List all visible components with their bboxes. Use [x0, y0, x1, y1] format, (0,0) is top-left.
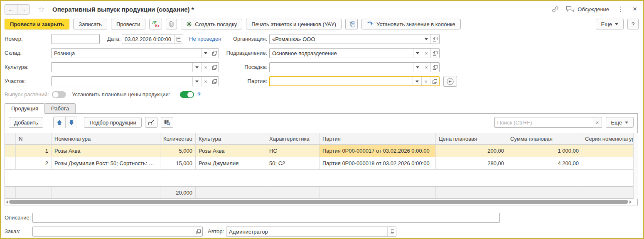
plot-input[interactable]	[52, 77, 192, 86]
open-button[interactable]	[210, 49, 219, 58]
open-button[interactable]	[387, 227, 396, 236]
dropdown-button[interactable]	[192, 77, 201, 86]
barcode-search-button[interactable]	[161, 117, 173, 128]
column-header-nomenclature[interactable]: Номенклатура	[52, 133, 160, 144]
related-documents-button[interactable]	[345, 19, 358, 29]
planting-input[interactable]	[270, 63, 413, 72]
table-empty-area[interactable]	[5, 170, 633, 186]
column-header-quantity[interactable]: Количество	[160, 133, 196, 144]
plants-output-toggle[interactable]	[52, 91, 66, 98]
back-button[interactable]: ←	[5, 5, 17, 14]
column-header-series[interactable]: Серия номенклатуры	[582, 133, 633, 144]
dropdown-button[interactable]	[413, 77, 421, 85]
cell-nomenclature[interactable]: Розы Джумилия Рост: 50; Сортность: …	[52, 157, 160, 169]
culture-input[interactable]	[52, 63, 192, 72]
link-icon[interactable]	[551, 6, 559, 13]
cell-characteristic[interactable]: 50; С2	[266, 157, 320, 169]
restore-value-button[interactable]	[443, 76, 457, 87]
fill-table-button[interactable]	[145, 117, 157, 128]
cell-plan-sum[interactable]: 1 000,00	[507, 145, 582, 157]
add-row-button[interactable]: Добавить	[9, 117, 43, 128]
dropdown-button[interactable]	[192, 63, 201, 72]
author-input[interactable]	[226, 227, 387, 236]
save-button[interactable]: Записать	[73, 19, 107, 29]
column-header-n[interactable]: N	[16, 133, 52, 144]
post-and-close-button[interactable]: Провести и закрыть	[5, 19, 69, 29]
set-column-value-button[interactable]: Установить значение в колонке	[361, 19, 461, 29]
more-button[interactable]: Еще	[596, 19, 624, 29]
close-icon[interactable]: ×	[632, 5, 638, 13]
dt-kt-button[interactable]: ДтКт	[149, 19, 162, 29]
column-header-characteristic[interactable]: Характеристика	[266, 133, 320, 144]
vertical-scrollbar[interactable]	[633, 133, 638, 199]
open-button[interactable]	[210, 63, 219, 72]
cell-series[interactable]	[582, 145, 633, 157]
more-menu-icon[interactable]: ⋮	[616, 5, 625, 13]
table-row[interactable]: 1 Розы Аква 5,000 Розы Аква НС Партия 0Р…	[5, 145, 633, 157]
dropdown-button[interactable]	[413, 49, 422, 58]
clear-search-button[interactable]: ×	[593, 117, 602, 128]
cell-quantity[interactable]: 15,000	[160, 157, 196, 169]
dropdown-button[interactable]	[413, 63, 422, 72]
date-input[interactable]	[122, 34, 174, 44]
number-input[interactable]	[52, 34, 99, 44]
cell-batch[interactable]: Партия 0Р00-000018 от 03.02.2026 0:00:00	[320, 157, 436, 169]
open-button[interactable]	[430, 34, 439, 44]
move-down-button[interactable]	[65, 117, 77, 128]
batch-input[interactable]	[270, 77, 413, 85]
scroll-right-icon[interactable]	[629, 200, 632, 204]
cell-batch[interactable]: Партия 0Р00-000017 от 03.02.2026 0:00:00	[320, 145, 436, 157]
column-header-culture[interactable]: Культура	[196, 133, 266, 144]
help-button[interactable]: ?	[627, 19, 639, 29]
cell-nomenclature[interactable]: Розы Аква	[52, 145, 160, 157]
cell-plan-sum[interactable]: 4 200,00	[507, 157, 582, 169]
open-button[interactable]	[194, 227, 202, 236]
post-button[interactable]: Провести	[111, 19, 146, 29]
open-button[interactable]	[210, 77, 219, 86]
forward-button[interactable]: →	[17, 5, 29, 14]
table-row[interactable]: 2 Розы Джумилия Рост: 50; Сортность: … 1…	[5, 157, 633, 170]
tab-products[interactable]: Продукция	[5, 103, 45, 114]
cell-culture[interactable]: Розы Джумилия	[196, 157, 266, 169]
dropdown-button[interactable]	[422, 34, 430, 44]
table-more-button[interactable]: Еще	[606, 117, 634, 128]
horizontal-scrollbar[interactable]	[6, 199, 632, 205]
open-button[interactable]	[430, 49, 439, 58]
cell-characteristic[interactable]: НС	[266, 145, 320, 157]
discussion-button[interactable]: Обсуждение	[566, 6, 609, 12]
department-input[interactable]	[270, 49, 413, 58]
cell-n[interactable]: 1	[16, 145, 52, 157]
dropdown-button[interactable]	[201, 49, 210, 58]
cell-culture[interactable]: Розы Аква	[196, 145, 266, 157]
organization-input[interactable]	[270, 34, 422, 44]
description-input[interactable]	[33, 213, 499, 222]
scrollbar-thumb[interactable]	[9, 200, 628, 204]
print-labels-button[interactable]: Печать этикеток и ценников (УАУ)	[246, 19, 342, 29]
clear-button[interactable]: ×	[201, 63, 210, 72]
attachments-button[interactable]	[166, 19, 177, 29]
move-up-button[interactable]	[54, 117, 65, 128]
clear-button[interactable]: ×	[422, 49, 430, 58]
clear-button[interactable]: ×	[421, 77, 430, 85]
pick-products-button[interactable]: Подбор продукции	[84, 117, 141, 128]
help-icon[interactable]: ?	[197, 90, 201, 100]
column-header-plan-sum[interactable]: Сумма плановая	[507, 133, 582, 144]
set-plan-prices-toggle[interactable]	[180, 91, 194, 98]
favorite-star-icon[interactable]: ☆	[38, 5, 45, 13]
column-header-batch[interactable]: Партия	[320, 133, 436, 144]
open-button[interactable]	[430, 63, 439, 72]
column-header-plan-price[interactable]: Цена плановая	[436, 133, 507, 144]
warehouse-input[interactable]	[52, 49, 201, 58]
cell-series[interactable]	[582, 157, 633, 169]
open-button[interactable]	[430, 77, 439, 85]
cell-plan-price[interactable]: 280,00	[436, 157, 507, 169]
order-input[interactable]	[33, 227, 194, 236]
cell-n[interactable]: 2	[16, 157, 52, 169]
calendar-button[interactable]	[174, 34, 183, 44]
scroll-left-icon[interactable]	[6, 200, 8, 204]
cell-plan-price[interactable]: 200,00	[436, 145, 507, 157]
create-planting-button[interactable]: Создать посадку	[181, 19, 242, 29]
tab-work[interactable]: Работа	[44, 103, 76, 114]
clear-button[interactable]: ×	[201, 77, 210, 86]
clear-button[interactable]: ×	[422, 63, 430, 72]
